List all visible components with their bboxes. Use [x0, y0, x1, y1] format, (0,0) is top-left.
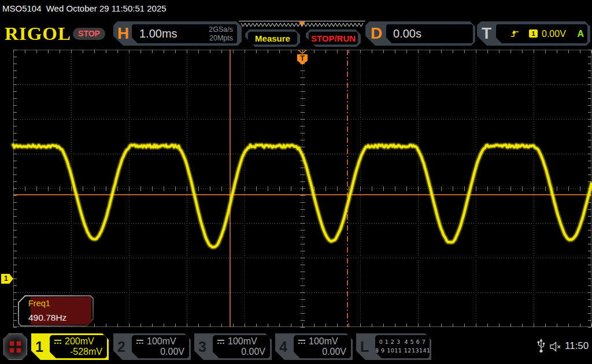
- measurement-result-box[interactable]: Freq1 490.78Hz: [18, 295, 94, 326]
- logic-label: L: [360, 333, 369, 360]
- svg-text:T: T: [300, 54, 305, 62]
- logic-channels-badge[interactable]: L 0 1 2 3 4 5 6 7 8 9 1011 12131415: [356, 333, 431, 360]
- channel-offset: 0.00V: [241, 347, 265, 357]
- dc-coupling-icon: [135, 339, 145, 344]
- channel-inner-box: 200mV -528mV: [50, 335, 107, 358]
- channel-offset: 0.00V: [322, 347, 346, 357]
- channel-badge-4[interactable]: 4 100mV 0.00V: [275, 333, 353, 360]
- usb-icon: [537, 339, 545, 354]
- channel-offset: 0.00V: [160, 347, 184, 357]
- channel-scale: 100mV: [228, 336, 257, 347]
- channel-inner-box: 100mV 0.00V: [294, 335, 351, 358]
- channel-badge-1[interactable]: 1 200mV -528mV: [31, 333, 109, 360]
- channel-badge-3[interactable]: 3 100mV 0.00V: [194, 333, 272, 360]
- measurement-value: 490.78Hz: [28, 313, 66, 323]
- logic-row-8-15: 8 9 1011 12131415: [375, 348, 430, 354]
- channel-inner-box: 100mV 0.00V: [213, 335, 270, 358]
- main-menu-button[interactable]: [3, 333, 27, 360]
- channel-inner-box: 100mV 0.00V: [132, 335, 189, 358]
- channel-offset: -528mV: [70, 347, 102, 357]
- graticule-ticks: [13, 50, 592, 328]
- dc-coupling-icon: [297, 339, 306, 344]
- clock-time: 11:50: [565, 340, 589, 352]
- speaker-muted-icon[interactable]: [549, 341, 562, 352]
- ch1-waveform-trace: [13, 145, 591, 247]
- red-grid-menu-icon: [9, 341, 21, 353]
- logic-row-0-7: 0 1 2 3 4 5 6 7: [375, 339, 430, 345]
- channel-scale: 200mV: [65, 336, 94, 347]
- channel-scale: 100mV: [309, 336, 338, 347]
- channel-badge-2[interactable]: 2 100mV 0.00V: [113, 333, 191, 360]
- dc-coupling-icon: [53, 339, 62, 344]
- logic-inner-box: 0 1 2 3 4 5 6 7 8 9 1011 12131415: [375, 335, 430, 358]
- dc-coupling-icon: [216, 339, 225, 344]
- measurement-name: Freq1: [28, 299, 50, 308]
- channel-scale: 100mV: [147, 336, 176, 347]
